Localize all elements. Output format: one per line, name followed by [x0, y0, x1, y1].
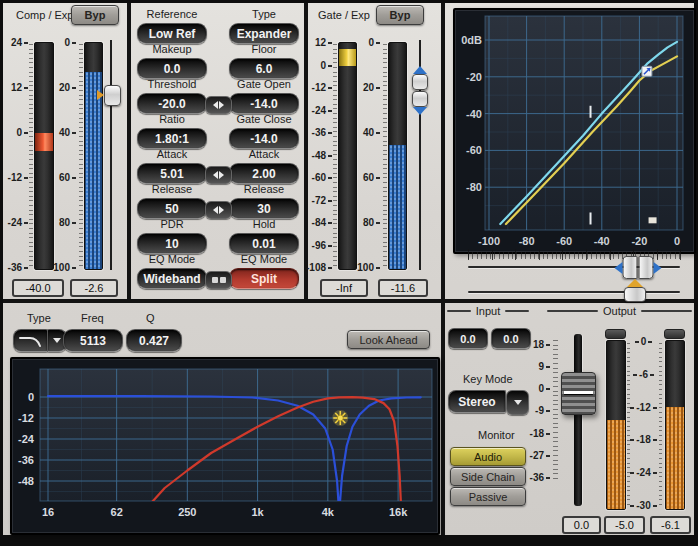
output-meter-left	[606, 340, 626, 510]
filter-type-button[interactable]	[13, 329, 48, 352]
transfer-lower-slider-track[interactable]	[468, 291, 680, 293]
eq-band-handle[interactable]	[332, 410, 348, 426]
type-right-cell: TypeExpander	[227, 8, 301, 44]
comp-bypass-button[interactable]: Byp	[71, 5, 119, 25]
svg-text:62: 62	[111, 506, 123, 518]
reference-left-value-button[interactable]: Low Ref	[137, 23, 207, 44]
transfer-upper-slider-handle[interactable]	[614, 256, 661, 279]
eq-mode-left-value-button[interactable]: Wideband	[137, 268, 207, 289]
attack-left-label: Attack	[135, 148, 209, 161]
q-value-button[interactable]: 0.427	[126, 329, 182, 352]
right-arrow-icon	[219, 101, 224, 109]
scale-tick-label: 80	[59, 218, 76, 228]
input-right-value[interactable]: 0.0	[491, 328, 531, 349]
divider-horizontal-main	[3, 299, 694, 303]
output-meter-right-readout: -6.1	[650, 516, 691, 534]
floor-right-value-button[interactable]: 6.0	[229, 58, 299, 79]
scale-tick-label: -60	[312, 173, 332, 183]
svg-text:-80: -80	[519, 235, 535, 247]
link-attack-button[interactable]	[205, 166, 232, 184]
key-mode-select[interactable]: Stereo	[448, 390, 506, 413]
transfer-curve-chart[interactable]: -100-80-60-40-2000dB-20-40-60-80	[455, 10, 690, 248]
gate-close-right-value-button[interactable]: -14.0	[229, 128, 299, 149]
output-fader-readout: 0.0	[562, 516, 601, 534]
transfer-lower-slider-handle[interactable]	[624, 279, 646, 302]
output-fader-handle[interactable]	[561, 372, 596, 415]
scale-tick-label: 0	[538, 384, 550, 394]
scale-tick-label: 0	[16, 128, 28, 138]
comp-gr-readout: -40.0	[12, 279, 64, 297]
scale-tick-label: -27	[530, 451, 550, 461]
gate-open-handle[interactable]	[412, 74, 428, 90]
type-right-value-button[interactable]: Expander	[229, 23, 299, 44]
scale-tick-label: 0	[64, 38, 76, 48]
release-right-cell: Release30	[227, 183, 301, 219]
hold-right-value-button[interactable]: 0.01	[229, 233, 299, 254]
right-arrow-icon	[219, 171, 224, 179]
floor-right-cell: Floor6.0	[227, 43, 301, 79]
threshold-left-cell: Threshold-20.0	[135, 78, 209, 114]
gate-range-slider-handles[interactable]	[412, 66, 428, 115]
legend-line	[547, 310, 598, 312]
link-release-button[interactable]	[205, 201, 232, 219]
left-arrow-icon	[213, 171, 218, 179]
scale-tick-label: 9	[538, 362, 550, 372]
threshold-left-value-button[interactable]: -20.0	[137, 93, 207, 114]
curve-threshold-handle[interactable]	[642, 66, 652, 76]
scale-tick-label: 60	[363, 173, 380, 183]
monitor-audio-button[interactable]: Audio	[450, 447, 526, 466]
svg-text:4k: 4k	[322, 506, 335, 518]
pdr-left-label: PDR	[135, 218, 209, 231]
gate-open-right-value-button[interactable]: -14.0	[229, 93, 299, 114]
release-right-label: Release	[227, 183, 301, 196]
comp-threshold-slider-handle[interactable]	[104, 85, 121, 106]
scale-tick-label: -36	[312, 128, 332, 138]
reference-left-cell: ReferenceLow Ref	[135, 8, 209, 44]
monitor-side-chain-button[interactable]: Side Chain	[450, 467, 526, 486]
transfer-curve-panel: -100-80-60-40-2000dB-20-40-60-80	[453, 8, 696, 254]
ratio-left-value-button[interactable]: 1.80:1	[137, 128, 207, 149]
scale-tick-label: -9	[535, 406, 550, 416]
monitor-passive-button[interactable]: Passive	[450, 487, 526, 506]
link-threshold-button[interactable]	[205, 96, 232, 114]
release-left-value-button[interactable]: 50	[137, 198, 207, 219]
left-arrow-icon	[213, 206, 218, 214]
attack-left-value-button[interactable]: 5.01	[137, 163, 207, 184]
left-arrow-icon	[213, 101, 218, 109]
legend-line	[641, 310, 692, 312]
lowpass-curve-icon	[18, 334, 44, 348]
scale-tick-label: 12	[11, 83, 28, 93]
attack-right-value-button[interactable]: 2.00	[229, 163, 299, 184]
attack-left-cell: Attack5.01	[135, 148, 209, 184]
gate-floor-marker[interactable]	[649, 217, 657, 223]
gate-level-fill	[389, 145, 406, 269]
gate-close-handle[interactable]	[412, 91, 428, 107]
sidechain-eq-chart[interactable]: 16622501k4k16k0-12-24-36-48	[12, 359, 434, 529]
pdr-left-value-button[interactable]: 10	[137, 233, 207, 254]
controls-column-right: TypeExpanderFloor6.0Gate Open-14.0Gate C…	[227, 8, 301, 296]
upper-slider-handle-b[interactable]	[638, 256, 653, 279]
transfer-plot-area[interactable]	[485, 16, 683, 230]
svg-text:-40: -40	[594, 235, 610, 247]
eq-mode-right-label: EQ Mode	[227, 253, 301, 266]
comp-level-meter	[84, 42, 103, 270]
makeup-left-value-button[interactable]: 0.0	[137, 58, 207, 79]
eq-mode-right-value-button[interactable]: Split	[229, 268, 299, 289]
comp-threshold-slider-track[interactable]	[110, 40, 112, 270]
chevron-down-icon	[514, 400, 522, 405]
upper-slider-handle-a[interactable]	[622, 256, 637, 279]
attack-right-label: Attack	[227, 148, 301, 161]
look-ahead-button[interactable]: Look Ahead	[347, 330, 430, 349]
eq-mode-link-button[interactable]	[205, 271, 232, 289]
lower-slider-grip[interactable]	[624, 287, 646, 302]
comp-gain-reduction-meter	[34, 42, 54, 270]
dynamics-controls-grid: ReferenceLow RefMakeup0.0Threshold-20.0R…	[131, 8, 304, 296]
output-fader-track[interactable]	[574, 334, 582, 506]
release-right-value-button[interactable]: 30	[229, 198, 299, 219]
comp-section-title: Comp / Exp	[16, 9, 73, 21]
gate-bypass-button[interactable]: Byp	[376, 5, 424, 25]
freq-value-button[interactable]: 5113	[63, 329, 123, 352]
input-left-value[interactable]: 0.0	[448, 328, 488, 349]
pdr-left-cell: PDR10	[135, 218, 209, 254]
q-label: Q	[146, 312, 155, 324]
